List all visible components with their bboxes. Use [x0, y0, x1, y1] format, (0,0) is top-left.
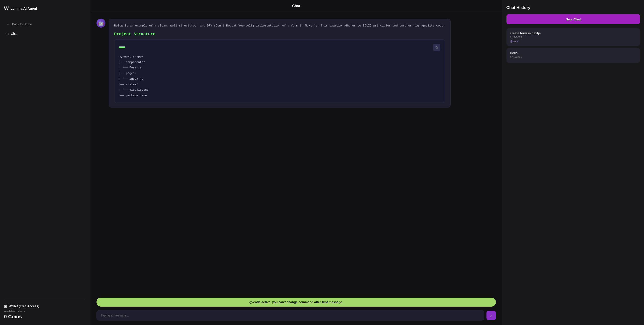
- message-intro-text: Below is an example of a clean, well-str…: [114, 23, 445, 28]
- history-item-date: 1/19/2025: [510, 36, 636, 39]
- chat-icon: □: [7, 32, 8, 36]
- history-list: create form in nextjs 1/19/2025 @/code H…: [506, 28, 640, 65]
- wallet-title: Wallet (Free Access): [9, 304, 39, 308]
- code-line: ├── styles/: [119, 82, 440, 88]
- chat-input[interactable]: [96, 310, 484, 320]
- right-sidebar: Chat History New Chat create form in nex…: [502, 0, 644, 325]
- copy-button[interactable]: ⧉: [433, 44, 440, 51]
- code-content: my-nextjs-app/├── components/| └── Form.…: [119, 54, 440, 98]
- history-item-title: create form in nextjs: [510, 32, 636, 35]
- main-chat-panel: Chat 🤖 Below is an example of a clean, w…: [90, 0, 502, 325]
- code-line: └── package.json: [119, 93, 440, 98]
- message-bubble: Below is an example of a clean, well-str…: [108, 19, 450, 108]
- chat-nav-label: Chat: [11, 32, 18, 36]
- code-block: ⧉ my-nextjs-app/├── components/| └── For…: [114, 40, 445, 103]
- code-block-header: ⧉: [119, 44, 440, 51]
- avatar: 🤖: [96, 19, 106, 28]
- chat-body: 🤖 Below is an example of a clean, well-s…: [90, 12, 502, 298]
- history-item[interactable]: Hello 1/19/2025: [506, 48, 640, 63]
- history-item-title: Hello: [510, 51, 636, 55]
- wallet-icon: ▣: [4, 304, 7, 308]
- send-button[interactable]: ›: [486, 311, 496, 320]
- code-line: | └── globals.css: [119, 87, 440, 93]
- message-row: 🤖 Below is an example of a clean, well-s…: [96, 19, 496, 108]
- chat-input-area: ›: [90, 306, 502, 325]
- history-item[interactable]: create form in nextjs 1/19/2025 @/code: [506, 28, 640, 46]
- send-icon: ›: [490, 313, 492, 318]
- wallet-header: ▣ Wallet (Free Access): [4, 304, 86, 308]
- back-to-home-label: Back to Home: [12, 22, 32, 26]
- code-line: my-nextjs-app/: [119, 54, 440, 60]
- chat-header: Chat: [90, 0, 502, 12]
- logo: W Lumina AI Agent: [4, 6, 86, 11]
- left-sidebar: W Lumina AI Agent ← Back to Home □ Chat …: [0, 0, 90, 325]
- code-line: | └── index.js: [119, 76, 440, 82]
- avatar-inner: 🤖: [96, 19, 106, 28]
- command-notice: @/code active, you can't change command …: [96, 298, 496, 306]
- new-chat-button[interactable]: New Chat: [506, 14, 640, 24]
- code-line: ├── components/: [119, 60, 440, 65]
- section-title: Project Structure: [114, 32, 445, 36]
- wallet-balance-label: Available Balance: [4, 310, 86, 313]
- code-dot: [119, 46, 125, 48]
- back-to-home-link[interactable]: ← Back to Home: [4, 20, 86, 28]
- chat-nav-item[interactable]: □ Chat: [4, 30, 86, 38]
- wallet-section: ▣ Wallet (Free Access) Available Balance…: [4, 300, 86, 320]
- wallet-balance-value: 0 Coins: [4, 314, 86, 320]
- sidebar-nav: ← Back to Home □ Chat: [4, 20, 86, 295]
- app-name: Lumina AI Agent: [10, 6, 37, 10]
- logo-icon: W: [4, 6, 8, 11]
- history-item-tag: @/code: [510, 40, 636, 43]
- back-arrow-icon: ←: [7, 22, 10, 26]
- chat-history-title: Chat History: [506, 6, 640, 10]
- copy-icon: ⧉: [436, 46, 438, 50]
- chat-title: Chat: [292, 4, 300, 8]
- history-item-date: 1/19/2025: [510, 56, 636, 59]
- code-line: ├── pages/: [119, 71, 440, 76]
- code-line: | └── Form.js: [119, 65, 440, 71]
